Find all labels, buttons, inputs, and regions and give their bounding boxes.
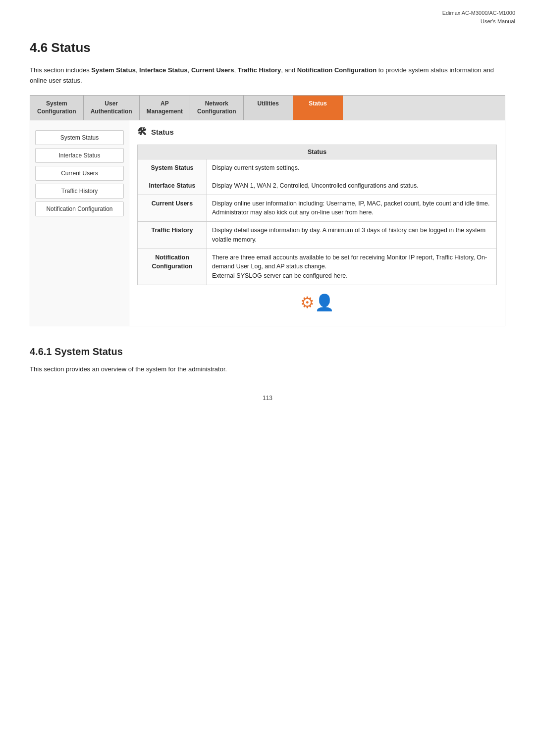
ui-panel: SystemConfiguration UserAuthentication A…: [30, 95, 505, 326]
table-row: Current Users Display online user inform…: [138, 195, 497, 222]
page-number: 113: [30, 395, 505, 402]
sidebar-item-current-users[interactable]: Current Users: [35, 166, 124, 181]
section-title: 4.6 Status: [30, 40, 505, 55]
tab-utilities[interactable]: Utilities: [244, 96, 293, 120]
sidebar-item-notification-configuration[interactable]: Notification Configuration: [35, 202, 124, 216]
tab-network-configuration[interactable]: NetworkConfiguration: [190, 96, 244, 120]
table-row: Traffic History Display detail usage inf…: [138, 222, 497, 249]
row-desc-notification-configuration: There are three email accounts available…: [207, 249, 497, 285]
panel-body: System Status Interface Status Current U…: [30, 120, 505, 326]
subsection-title: 4.6.1 System Status: [30, 346, 505, 357]
sidebar-item-system-status[interactable]: System Status: [35, 130, 124, 145]
panel-sidebar: System Status Interface Status Current U…: [30, 120, 129, 326]
row-desc-system-status: Display current system settings.: [207, 159, 497, 177]
table-header: Status: [138, 145, 497, 159]
nav-tabs: SystemConfiguration UserAuthentication A…: [30, 96, 505, 121]
row-name-current-users: Current Users: [138, 195, 207, 222]
panel-main: 🛠 Status Status System Status Display cu…: [129, 120, 505, 326]
sidebar-item-traffic-history[interactable]: Traffic History: [35, 184, 124, 199]
status-grid-icon: 🛠: [137, 126, 147, 138]
table-row: Interface Status Display WAN 1, WAN 2, C…: [138, 177, 497, 195]
header-line2: User's Manual: [0, 17, 515, 26]
row-desc-traffic-history: Display detail usage information by day.…: [207, 222, 497, 249]
panel-main-title: 🛠 Status: [137, 126, 497, 138]
tab-ap-management[interactable]: APManagement: [140, 96, 190, 120]
tab-system-configuration[interactable]: SystemConfiguration: [30, 96, 84, 120]
row-desc-interface-status: Display WAN 1, WAN 2, Controlled, Uncont…: [207, 177, 497, 195]
subsection-text: This section provides an overview of the…: [30, 364, 505, 375]
gear-user-icon: ⚙👤: [300, 294, 334, 311]
row-desc-current-users: Display online user information includin…: [207, 195, 497, 222]
row-name-interface-status: Interface Status: [138, 177, 207, 195]
row-name-traffic-history: Traffic History: [138, 222, 207, 249]
status-table: Status System Status Display current sys…: [137, 145, 497, 285]
row-name-system-status: System Status: [138, 159, 207, 177]
page-header: Edimax AC-M3000/AC-M1000 User's Manual: [0, 0, 535, 25]
header-line1: Edimax AC-M3000/AC-M1000: [0, 9, 515, 17]
table-row: NotificationConfiguration There are thre…: [138, 249, 497, 285]
row-name-notification-configuration: NotificationConfiguration: [138, 249, 207, 285]
bottom-icons: ⚙👤: [137, 285, 497, 320]
table-row: System Status Display current system set…: [138, 159, 497, 177]
tab-user-authentication[interactable]: UserAuthentication: [84, 96, 140, 120]
panel-title-text: Status: [151, 128, 174, 136]
sidebar-item-interface-status[interactable]: Interface Status: [35, 148, 124, 163]
tab-status[interactable]: Status: [293, 96, 343, 120]
intro-paragraph: This section includes System Status, Int…: [30, 65, 505, 86]
